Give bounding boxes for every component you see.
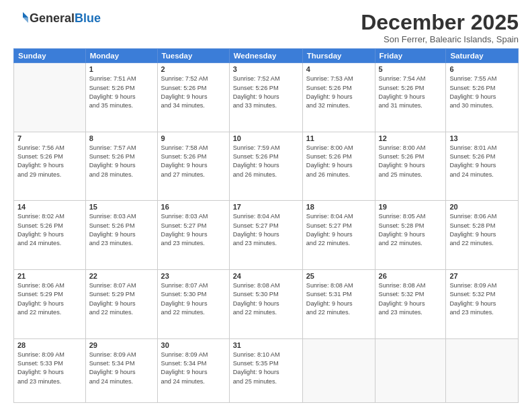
calendar-cell: 29Sunrise: 8:09 AMSunset: 5:34 PMDayligh… [85,338,157,402]
calendar-cell: 13Sunrise: 8:01 AMSunset: 5:26 PMDayligh… [446,132,519,201]
calendar-cell [375,338,446,402]
calendar-cell: 31Sunrise: 8:10 AMSunset: 5:35 PMDayligh… [229,338,302,402]
calendar-cell: 2Sunrise: 7:52 AMSunset: 5:26 PMDaylight… [157,63,229,132]
day-number: 25 [306,272,371,280]
day-info: Sunrise: 8:03 AMSunset: 5:27 PMDaylight:… [161,212,226,248]
calendar-cell [446,338,519,402]
calendar-cell: 14Sunrise: 8:02 AMSunset: 5:26 PMDayligh… [14,201,86,270]
day-number: 4 [306,65,371,73]
day-number: 11 [306,134,371,142]
calendar-cell: 5Sunrise: 7:54 AMSunset: 5:26 PMDaylight… [375,63,446,132]
calendar-cell [302,338,375,402]
month-title: December 2025 [361,11,519,34]
calendar-week-row: 14Sunrise: 8:02 AMSunset: 5:26 PMDayligh… [14,201,519,270]
day-info: Sunrise: 8:09 AMSunset: 5:34 PMDaylight:… [89,351,154,386]
day-info: Sunrise: 7:52 AMSunset: 5:26 PMDaylight:… [233,75,299,110]
logo-blue-text: Blue [75,11,101,25]
calendar-week-row: 7Sunrise: 7:56 AMSunset: 5:26 PMDaylight… [14,132,519,201]
day-info: Sunrise: 7:54 AMSunset: 5:26 PMDaylight:… [379,75,443,110]
day-info: Sunrise: 8:09 AMSunset: 5:33 PMDaylight:… [17,351,82,386]
day-info: Sunrise: 8:07 AMSunset: 5:29 PMDaylight:… [89,281,154,317]
calendar-cell: 17Sunrise: 8:04 AMSunset: 5:27 PMDayligh… [229,201,302,270]
day-info: Sunrise: 8:08 AMSunset: 5:32 PMDaylight:… [379,281,443,317]
day-number: 14 [17,203,82,211]
day-number: 19 [379,203,443,211]
calendar-cell: 3Sunrise: 7:52 AMSunset: 5:26 PMDaylight… [229,63,302,132]
calendar-week-row: 1Sunrise: 7:51 AMSunset: 5:26 PMDaylight… [14,63,519,132]
day-info: Sunrise: 7:51 AMSunset: 5:26 PMDaylight:… [89,75,154,110]
svg-marker-1 [23,17,28,23]
day-info: Sunrise: 8:09 AMSunset: 5:34 PMDaylight:… [161,351,226,386]
day-info: Sunrise: 8:00 AMSunset: 5:26 PMDaylight:… [306,144,371,179]
day-info: Sunrise: 8:08 AMSunset: 5:30 PMDaylight:… [233,281,299,317]
calendar-cell: 18Sunrise: 8:04 AMSunset: 5:27 PMDayligh… [302,201,375,270]
calendar-cell: 28Sunrise: 8:09 AMSunset: 5:33 PMDayligh… [14,338,86,402]
day-number: 9 [161,134,226,142]
logo-general-text: General [30,11,75,25]
calendar-cell: 16Sunrise: 8:03 AMSunset: 5:27 PMDayligh… [157,201,229,270]
day-info: Sunrise: 8:09 AMSunset: 5:32 PMDaylight:… [449,281,515,317]
day-header-sunday: Sunday [14,49,86,63]
day-number: 20 [449,203,515,211]
calendar-cell: 22Sunrise: 8:07 AMSunset: 5:29 PMDayligh… [85,269,157,338]
day-info: Sunrise: 8:04 AMSunset: 5:27 PMDaylight:… [233,212,299,248]
calendar-cell: 8Sunrise: 7:57 AMSunset: 5:26 PMDaylight… [85,132,157,201]
day-info: Sunrise: 8:04 AMSunset: 5:27 PMDaylight:… [306,212,371,248]
calendar-cell: 30Sunrise: 8:09 AMSunset: 5:34 PMDayligh… [157,338,229,402]
day-info: Sunrise: 8:02 AMSunset: 5:26 PMDaylight:… [17,212,82,248]
day-info: Sunrise: 7:57 AMSunset: 5:26 PMDaylight:… [89,144,154,179]
day-header-friday: Friday [375,49,446,63]
day-info: Sunrise: 8:06 AMSunset: 5:29 PMDaylight:… [17,281,82,317]
day-number: 24 [233,272,299,280]
day-number: 31 [233,341,299,349]
day-number: 22 [89,272,154,280]
day-number: 17 [233,203,299,211]
day-info: Sunrise: 8:07 AMSunset: 5:30 PMDaylight:… [161,281,226,317]
day-header-monday: Monday [85,49,157,63]
day-header-saturday: Saturday [446,49,519,63]
calendar-cell: 23Sunrise: 8:07 AMSunset: 5:30 PMDayligh… [157,269,229,338]
day-number: 21 [17,272,82,280]
day-number: 10 [233,134,299,142]
day-info: Sunrise: 7:52 AMSunset: 5:26 PMDaylight:… [161,75,226,110]
calendar-week-row: 28Sunrise: 8:09 AMSunset: 5:33 PMDayligh… [14,338,519,402]
day-number: 16 [161,203,226,211]
header: GeneralBlue December 2025 Son Ferrer, Ba… [13,11,519,44]
page: GeneralBlue December 2025 Son Ferrer, Ba… [0,0,532,411]
calendar-cell: 10Sunrise: 7:59 AMSunset: 5:26 PMDayligh… [229,132,302,201]
day-number: 15 [89,203,154,211]
day-header-thursday: Thursday [302,49,375,63]
day-header-tuesday: Tuesday [157,49,229,63]
calendar-cell: 6Sunrise: 7:55 AMSunset: 5:26 PMDaylight… [446,63,519,132]
calendar-cell: 24Sunrise: 8:08 AMSunset: 5:30 PMDayligh… [229,269,302,338]
day-info: Sunrise: 7:55 AMSunset: 5:26 PMDaylight:… [449,75,515,110]
day-info: Sunrise: 8:05 AMSunset: 5:28 PMDaylight:… [379,212,443,248]
day-info: Sunrise: 7:58 AMSunset: 5:26 PMDaylight:… [161,144,226,179]
calendar-cell: 26Sunrise: 8:08 AMSunset: 5:32 PMDayligh… [375,269,446,338]
day-info: Sunrise: 7:59 AMSunset: 5:26 PMDaylight:… [233,144,299,179]
day-info: Sunrise: 8:01 AMSunset: 5:26 PMDaylight:… [449,144,515,179]
day-info: Sunrise: 8:06 AMSunset: 5:28 PMDaylight:… [449,212,515,248]
calendar-cell: 25Sunrise: 8:08 AMSunset: 5:31 PMDayligh… [302,269,375,338]
day-number: 12 [379,134,443,142]
calendar-cell: 7Sunrise: 7:56 AMSunset: 5:26 PMDaylight… [14,132,86,201]
calendar-cell: 19Sunrise: 8:05 AMSunset: 5:28 PMDayligh… [375,201,446,270]
day-number: 28 [17,341,82,349]
title-area: December 2025 Son Ferrer, Balearic Islan… [361,11,519,44]
calendar-cell: 20Sunrise: 8:06 AMSunset: 5:28 PMDayligh… [446,201,519,270]
calendar-cell: 11Sunrise: 8:00 AMSunset: 5:26 PMDayligh… [302,132,375,201]
day-info: Sunrise: 8:08 AMSunset: 5:31 PMDaylight:… [306,281,371,317]
logo: GeneralBlue [13,11,101,26]
calendar-cell: 9Sunrise: 7:58 AMSunset: 5:26 PMDaylight… [157,132,229,201]
day-info: Sunrise: 8:03 AMSunset: 5:26 PMDaylight:… [89,212,154,248]
calendar-cell: 15Sunrise: 8:03 AMSunset: 5:26 PMDayligh… [85,201,157,270]
calendar-cell [14,63,86,132]
day-info: Sunrise: 8:10 AMSunset: 5:35 PMDaylight:… [233,351,299,386]
calendar-cell: 21Sunrise: 8:06 AMSunset: 5:29 PMDayligh… [14,269,86,338]
day-number: 26 [379,272,443,280]
day-number: 18 [306,203,371,211]
day-number: 7 [17,134,82,142]
calendar-cell: 1Sunrise: 7:51 AMSunset: 5:26 PMDaylight… [85,63,157,132]
calendar-header-row: SundayMondayTuesdayWednesdayThursdayFrid… [14,49,519,63]
day-number: 13 [449,134,515,142]
